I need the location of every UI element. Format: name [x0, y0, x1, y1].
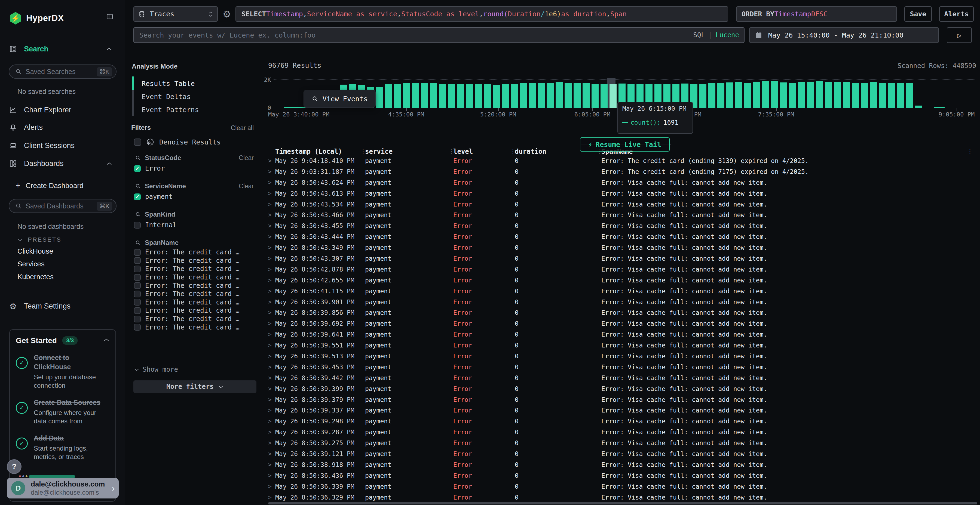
chart-bar[interactable] — [511, 84, 518, 108]
sql-select-editor[interactable]: SELECT Timestamp, ServiceName as service… — [235, 6, 728, 22]
mode-lucene-toggle[interactable]: Lucene — [715, 31, 739, 39]
alerts-button[interactable]: Alerts — [939, 6, 974, 22]
filter-checkbox[interactable] — [134, 291, 141, 297]
table-row[interactable]: >May 26 8:50:39.856 PMpaymentError0Error… — [268, 307, 977, 318]
preset-item[interactable]: Services — [18, 260, 45, 268]
table-row[interactable]: >May 26 9:03:31.187 PMpaymentError0Error… — [268, 166, 977, 177]
chart-bar[interactable] — [753, 82, 760, 108]
table-row[interactable]: >May 26 8:50:42.878 PMpaymentError0Error… — [268, 264, 977, 275]
row-expand-chevron-icon[interactable]: > — [268, 397, 275, 403]
chart-bar[interactable] — [816, 81, 823, 108]
chart-bar[interactable] — [538, 83, 545, 108]
table-row[interactable]: >May 26 8:50:43.444 PMpaymentError0Error… — [268, 231, 977, 242]
chart-bar[interactable] — [457, 84, 464, 108]
filter-option[interactable]: Internal — [126, 220, 261, 230]
chevron-up-icon[interactable] — [103, 338, 110, 342]
row-expand-chevron-icon[interactable]: > — [268, 266, 275, 273]
sidebar-item-dashboards[interactable]: Dashboards — [0, 157, 125, 170]
chart-bar[interactable] — [726, 83, 733, 108]
filter-option[interactable]: Error: The credit card … — [126, 265, 261, 273]
chart-bar[interactable] — [484, 84, 491, 108]
chart-bar[interactable] — [466, 84, 473, 108]
row-expand-chevron-icon[interactable]: > — [268, 277, 275, 284]
sidebar-item-alerts[interactable]: Alerts — [0, 121, 125, 133]
row-expand-chevron-icon[interactable]: > — [268, 288, 275, 294]
preset-item[interactable]: ClickHouse — [18, 247, 53, 256]
denoise-checkbox[interactable] — [134, 138, 141, 146]
chart-bar[interactable] — [762, 81, 769, 108]
chart-bar[interactable] — [394, 84, 401, 108]
chart-bar[interactable] — [421, 83, 428, 108]
chart-bar[interactable] — [385, 84, 392, 108]
analysis-mode-item[interactable]: Results Table — [142, 77, 199, 90]
chart-bar[interactable] — [448, 84, 455, 108]
chart-bar[interactable] — [897, 83, 904, 108]
filter-option[interactable]: Error: The credit card … — [126, 281, 261, 290]
view-events-button[interactable]: View Events — [304, 90, 375, 108]
row-expand-chevron-icon[interactable]: > — [268, 386, 275, 392]
table-row[interactable]: >May 26 8:50:39.287 PMpaymentError0Error… — [268, 427, 977, 438]
table-row[interactable]: >May 26 8:50:41.115 PMpaymentError0Error… — [268, 286, 977, 297]
row-expand-chevron-icon[interactable]: > — [268, 299, 275, 305]
filter-clear-button[interactable]: Clear — [239, 183, 254, 190]
row-expand-chevron-icon[interactable]: > — [268, 331, 275, 338]
filter-checkbox[interactable] — [134, 316, 141, 322]
chart-bar[interactable] — [699, 84, 706, 108]
filter-checkbox[interactable] — [134, 274, 141, 281]
mode-sql-toggle[interactable]: SQL — [693, 31, 705, 39]
chart-bar[interactable] — [555, 82, 563, 108]
filter-checkbox[interactable] — [134, 257, 141, 264]
chart-bar[interactable] — [430, 83, 437, 108]
row-expand-chevron-icon[interactable]: > — [268, 462, 275, 468]
show-more-button[interactable]: Show more — [134, 366, 178, 373]
row-expand-chevron-icon[interactable]: > — [268, 168, 275, 175]
run-query-button[interactable]: ▷ — [947, 27, 972, 43]
saved-searches-input[interactable]: Saved Searches ⌘K — [9, 65, 116, 79]
sidebar-item-chart-explorer[interactable]: Chart Explorer — [0, 104, 125, 116]
save-button[interactable]: Save — [904, 6, 932, 22]
sidebar-item-team-settings[interactable]: ⚙ Team Settings — [0, 300, 125, 312]
chart-bar[interactable] — [789, 83, 796, 108]
column-service[interactable]: service — [365, 148, 453, 156]
row-expand-chevron-icon[interactable]: > — [268, 494, 275, 501]
chart-bar[interactable] — [888, 83, 895, 108]
chevron-up-icon[interactable] — [106, 162, 112, 165]
denoise-results-option[interactable]: Denoise Results — [134, 138, 221, 146]
table-row[interactable]: >May 26 8:50:43.534 PMpaymentError0Error… — [268, 199, 977, 210]
table-row[interactable]: >May 26 8:50:39.442 PMpaymentError0Error… — [268, 373, 977, 383]
row-expand-chevron-icon[interactable]: > — [268, 201, 275, 208]
chart-bar[interactable] — [717, 83, 724, 108]
table-row[interactable]: >May 26 8:50:39.379 PMpaymentError0Error… — [268, 394, 977, 405]
chart-bar[interactable] — [412, 83, 419, 108]
horizontal-scrollbar[interactable] — [268, 502, 977, 505]
chart-bar[interactable] — [780, 83, 787, 108]
table-row[interactable]: >May 26 8:50:39.399 PMpaymentError0Error… — [268, 383, 977, 394]
filter-option[interactable]: ✓Error — [126, 163, 261, 173]
table-row[interactable]: >May 26 8:50:39.551 PMpaymentError0Error… — [268, 340, 977, 351]
get-started-step[interactable]: ✓Add DataStart sending logs, metrics, or… — [16, 434, 110, 461]
order-by-editor[interactable]: ORDER BY Timestamp DESC — [736, 6, 897, 22]
more-filters-button[interactable]: More filters — [134, 380, 256, 393]
row-expand-chevron-icon[interactable]: > — [268, 245, 275, 251]
help-button[interactable]: ? — [7, 459, 22, 474]
column-menu-icon[interactable]: ⋮ — [967, 148, 973, 155]
filter-checkbox[interactable] — [134, 324, 141, 330]
table-row[interactable]: >May 26 8:50:36.436 PMpaymentError0Error… — [268, 470, 977, 481]
sidebar-item-search[interactable]: Search — [0, 43, 125, 55]
table-row[interactable]: >May 26 8:50:39.513 PMpaymentError0Error… — [268, 351, 977, 362]
chart-bar[interactable] — [906, 83, 913, 108]
row-expand-chevron-icon[interactable]: > — [268, 483, 275, 490]
filter-checkbox[interactable] — [134, 307, 141, 314]
chart-bar[interactable] — [574, 83, 581, 108]
row-expand-chevron-icon[interactable]: > — [268, 222, 275, 229]
chart-bar[interactable] — [744, 83, 751, 108]
row-expand-chevron-icon[interactable]: > — [268, 407, 275, 414]
chart-bar[interactable] — [852, 83, 859, 108]
presets-toggle[interactable]: PRESETS — [18, 236, 62, 243]
chart-bar[interactable] — [592, 84, 599, 108]
table-row[interactable]: >May 26 8:50:39.641 PMpaymentError0Error… — [268, 329, 977, 340]
saved-dashboards-input[interactable]: Saved Dashboards ⌘K — [9, 199, 116, 213]
chart-bar[interactable] — [798, 82, 805, 108]
table-row[interactable]: >May 26 9:04:18.410 PMpaymentError0Error… — [268, 156, 977, 166]
chart-bar[interactable] — [547, 83, 554, 108]
